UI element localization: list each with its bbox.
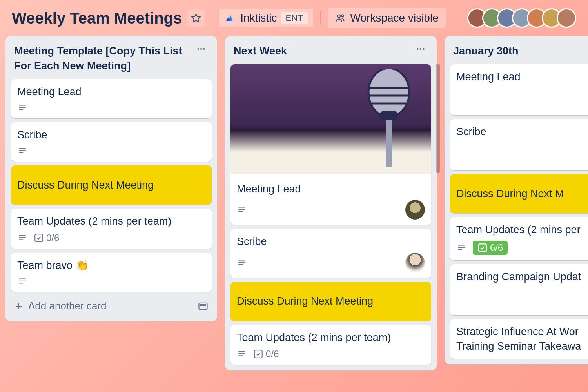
description-icon <box>237 258 247 268</box>
svg-point-24 <box>420 48 421 50</box>
svg-point-25 <box>423 48 424 50</box>
card[interactable]: Branding Campaign Updat <box>450 264 588 315</box>
checklist-icon <box>477 243 488 253</box>
plus-icon <box>14 301 24 311</box>
card-badges <box>17 146 205 156</box>
list-header: Next Week <box>230 42 431 60</box>
member-avatar[interactable] <box>557 8 576 28</box>
card-title: Branding Campaign Updat <box>456 270 586 284</box>
scrollbar[interactable] <box>436 64 440 173</box>
svg-point-1 <box>337 15 340 18</box>
list-january-30: January 30th Meeting Lead Scribe Discuss… <box>445 36 588 364</box>
card-badges <box>17 276 205 287</box>
card-member-avatar[interactable] <box>405 200 425 220</box>
card-title: Team Updates (2 mins per team) <box>17 214 205 228</box>
list-menu-button[interactable] <box>194 44 209 57</box>
card-template-icon[interactable] <box>198 301 209 312</box>
board-canvas[interactable]: Meeting Template [Copy This List For Eac… <box>0 32 588 374</box>
card-title: Scribe <box>456 125 586 139</box>
description-icon <box>237 205 247 215</box>
divider <box>320 11 321 25</box>
description-icon <box>17 103 27 113</box>
card-title: Meeting Lead <box>17 85 205 99</box>
description-icon <box>17 233 27 243</box>
workspace-plan-badge: ENT <box>281 12 308 24</box>
card-title: Scribe <box>237 234 425 249</box>
list-meeting-template: Meeting Template [Copy This List For Eac… <box>5 36 217 321</box>
checklist-count: 6/6 <box>490 242 503 253</box>
card-member-avatar[interactable] <box>405 253 425 272</box>
workspace-switcher[interactable]: Inktistic ENT <box>219 9 313 27</box>
add-card-button[interactable]: Add another card <box>11 296 212 316</box>
description-icon <box>456 243 466 253</box>
checklist-badge: 0/6 <box>34 232 59 243</box>
card-title: Team Updates (2 mins per team) <box>237 330 425 345</box>
card-title: Discuss During Next M <box>456 187 586 201</box>
card[interactable]: Team Updates (2 mins per team) 0/6 <box>11 209 212 249</box>
card-title: Scribe <box>17 128 205 142</box>
card[interactable]: Team Updates (2 mins per team) 0/6 <box>230 325 431 365</box>
card-title: Discuss During Next Meeting <box>17 178 205 192</box>
atlassian-logo-icon <box>225 12 236 24</box>
card[interactable]: Meeting Lead <box>11 79 212 118</box>
card-title: Meeting Lead <box>456 70 586 84</box>
card-title: Strategic Influence At Wor Training Semi… <box>456 325 586 353</box>
card[interactable]: Scribe <box>450 119 588 170</box>
card-title: Team bravo 👏 <box>17 258 205 272</box>
card[interactable]: Strategic Influence At Wor Training Semi… <box>450 319 588 359</box>
card-badges <box>237 205 247 215</box>
more-icon <box>416 44 426 54</box>
star-icon <box>191 13 201 23</box>
card[interactable]: Meeting Lead <box>450 64 588 115</box>
visibility-button[interactable]: Workspace visible <box>328 8 446 28</box>
board-members[interactable] <box>472 8 576 28</box>
svg-point-5 <box>203 48 205 50</box>
card[interactable]: Meeting Lead <box>230 64 431 225</box>
list-next-week: Next Week Meeting Lead <box>225 36 437 370</box>
card-section-header[interactable]: Discuss During Next M <box>450 174 588 213</box>
svg-rect-15 <box>35 234 43 242</box>
svg-rect-42 <box>254 350 262 358</box>
svg-rect-32 <box>380 111 397 120</box>
list-menu-button[interactable] <box>413 44 428 57</box>
svg-marker-0 <box>192 14 200 22</box>
card[interactable]: Scribe <box>230 229 431 278</box>
more-icon <box>196 44 206 54</box>
svg-point-23 <box>417 48 418 50</box>
card-badges: 6/6 <box>456 241 586 255</box>
checklist-badge: 0/6 <box>253 348 279 359</box>
svg-point-4 <box>200 48 202 50</box>
svg-point-3 <box>197 48 199 50</box>
visibility-label: Workspace visible <box>350 12 439 24</box>
card-title: Team Updates (2 mins per <box>456 223 586 237</box>
card-badges <box>17 103 205 113</box>
description-icon <box>237 349 247 359</box>
list-title[interactable]: January 30th <box>453 44 588 59</box>
description-icon <box>17 276 27 287</box>
list-header: January 30th <box>450 42 588 60</box>
board-header: Weekly Team Meetings Inktistic ENT Works… <box>0 0 588 32</box>
workspace-name: Inktistic <box>240 12 277 24</box>
board-title[interactable]: Weekly Team Meetings <box>12 9 182 27</box>
card-badges: 0/6 <box>237 348 425 359</box>
list-title[interactable]: Meeting Template [Copy This List For Eac… <box>14 44 190 74</box>
card-title: Meeting Lead <box>237 182 425 196</box>
svg-point-2 <box>341 15 344 17</box>
card-section-header[interactable]: Discuss During Next Meeting <box>230 282 431 321</box>
card[interactable]: Scribe <box>11 122 212 162</box>
divider <box>453 11 453 25</box>
star-board-button[interactable] <box>187 9 205 27</box>
checklist-count: 0/6 <box>46 232 59 243</box>
checklist-icon <box>253 349 263 359</box>
card-badges: 0/6 <box>17 232 205 243</box>
list-header: Meeting Template [Copy This List For Eac… <box>11 42 212 75</box>
checklist-icon <box>34 233 44 243</box>
card[interactable]: Team Updates (2 mins per 6/6 <box>450 217 588 260</box>
add-card-label: Add another card <box>28 300 106 312</box>
description-icon <box>17 146 27 156</box>
card-section-header[interactable]: Discuss During Next Meeting <box>11 165 212 205</box>
card[interactable]: Team bravo 👏 <box>11 253 212 292</box>
svg-rect-22 <box>200 304 206 306</box>
checklist-count: 0/6 <box>266 348 279 359</box>
list-title[interactable]: Next Week <box>234 44 409 59</box>
